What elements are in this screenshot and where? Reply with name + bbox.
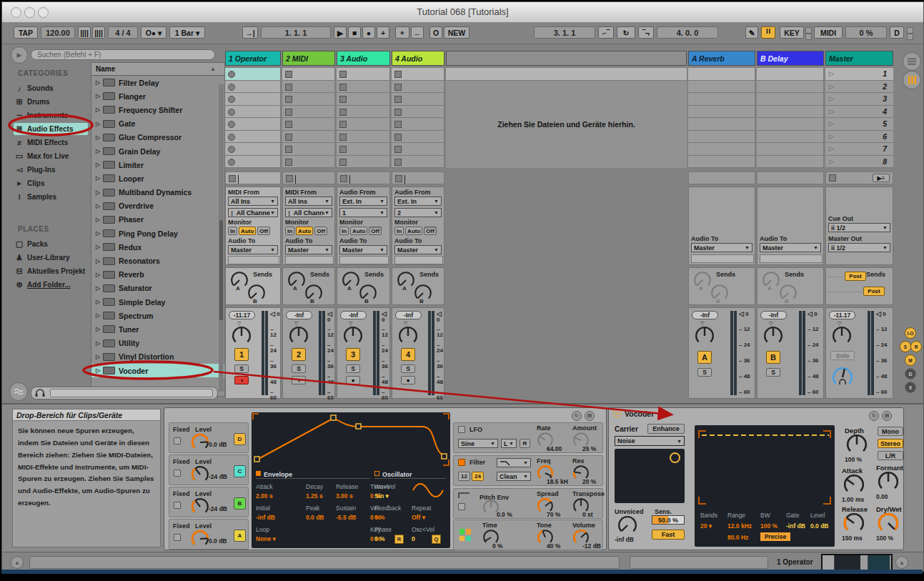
clip-stop-icon[interactable] (228, 121, 235, 128)
clip-slot-track2-scene2[interactable] (282, 81, 335, 94)
filter-circuit-chooser[interactable]: Clean▼ (497, 472, 531, 481)
clip-stop-icon[interactable] (339, 96, 347, 103)
clip-slot-track1-scene8[interactable] (225, 156, 281, 169)
stop-clip-icon[interactable] (340, 175, 347, 182)
scene-play-icon[interactable]: ▷ (829, 70, 834, 77)
clip-stop-icon[interactable] (285, 84, 292, 91)
track1-stop-slot[interactable] (225, 172, 281, 184)
output-type-chooser[interactable]: Master▼ (691, 243, 752, 252)
clip-slot-track1-scene3[interactable] (225, 93, 281, 106)
draw-mode-button[interactable]: O (429, 26, 442, 39)
stop-clip-icon[interactable] (229, 175, 236, 182)
sidebar-item-sounds[interactable]: ♪Sounds (14, 82, 88, 94)
expand-twiddle-icon[interactable]: ▷ (96, 93, 103, 99)
range-lo-value[interactable]: 80.0 Hz (727, 535, 748, 541)
clip-stop-icon[interactable] (394, 134, 402, 141)
follow-button[interactable]: →| (242, 26, 258, 39)
volume-field[interactable]: -11.17 (829, 311, 855, 319)
send-a-post-button[interactable]: Post (845, 272, 866, 281)
attack-knob[interactable] (843, 474, 865, 495)
solo-button[interactable]: S (234, 364, 249, 373)
level-knob[interactable] (191, 465, 209, 484)
clip-stop-icon[interactable] (339, 84, 347, 91)
drop-area-row1[interactable] (446, 68, 687, 81)
cue-volume-knob[interactable] (832, 367, 853, 388)
osc-b-activator[interactable]: B (234, 497, 246, 510)
sidebar-item-instruments[interactable]: ∼Instruments (14, 109, 88, 121)
sidebar-item-midi-effects[interactable]: ≠MIDI Effects (14, 136, 88, 149)
preview-volume-slider[interactable] (50, 389, 213, 397)
scene-play-icon[interactable]: ▷ (829, 133, 834, 140)
clip-slot-track3-scene6[interactable] (337, 131, 390, 144)
amount-value[interactable]: 25 % (582, 446, 596, 452)
sidebar-item-samples[interactable]: ≀Samples (14, 191, 88, 203)
level-knob[interactable] (191, 497, 209, 516)
cue-out-chooser[interactable]: ii 1/2▼ (828, 223, 890, 232)
clip-stop-icon[interactable] (339, 71, 347, 78)
pitch-env-checkbox[interactable] (458, 503, 465, 510)
clip-slot-track4-scene6[interactable] (392, 131, 444, 144)
pan-knob[interactable] (695, 326, 715, 346)
scrollbar-thumb[interactable] (219, 220, 223, 320)
fixed-checkbox[interactable] (174, 470, 181, 477)
browser-item-simple-delay[interactable]: ▷Simple Delay (91, 295, 224, 309)
clip-stop-icon[interactable] (394, 84, 402, 91)
scene-play-icon[interactable]: ▷ (829, 83, 834, 90)
nudge-down-button[interactable]: |||| (78, 26, 91, 39)
arm-button[interactable]: ● (401, 376, 415, 384)
punch-in-button[interactable]: ⌐‾ (598, 26, 614, 39)
browser-item-saturator[interactable]: ▷Saturator (91, 282, 224, 295)
osc-param-value[interactable]: 0 % (374, 515, 385, 521)
browser-item-grain-delay[interactable]: ▷Grain Delay (91, 144, 224, 158)
track-activator-button[interactable]: 3 (346, 348, 360, 361)
arm-button[interactable]: ● (346, 376, 360, 384)
browser-item-glue-compressor[interactable]: ▷Glue Compressor (91, 131, 224, 144)
search-input[interactable]: Suchen (Befehl + F) (31, 49, 215, 60)
browser-item-vocoder[interactable]: ▷Vocoder (91, 364, 224, 377)
output-type-chooser[interactable]: Master▼ (760, 243, 821, 252)
clip-stop-icon[interactable] (228, 84, 235, 91)
track-header-2[interactable]: 2 MIDI (282, 51, 335, 66)
return-activator-button[interactable]: A (697, 351, 712, 364)
clip-stop-icon[interactable] (339, 134, 347, 141)
sidebar-place-add-folder-[interactable]: ⊕Add Folder... (14, 279, 88, 291)
clip-slot-returna-scene8[interactable] (688, 156, 755, 169)
volume-field[interactable]: -Inf (760, 311, 787, 319)
env-param-value[interactable]: 3.00 s (336, 493, 353, 500)
expand-twiddle-icon[interactable]: ▷ (96, 217, 103, 223)
clip-stop-icon[interactable] (228, 159, 235, 166)
expand-twiddle-icon[interactable]: ▷ (96, 106, 103, 113)
clip-stop-icon[interactable] (339, 121, 347, 128)
clip-slot-returnb-scene6[interactable] (757, 131, 824, 144)
expand-twiddle-icon[interactable]: ▷ (96, 367, 103, 374)
browser-item-filter-delay[interactable]: ▷Filter Delay (91, 76, 224, 89)
browser-item-looper[interactable]: ▷Looper (91, 172, 224, 185)
scene-play-icon[interactable]: ▷ (829, 95, 834, 102)
show-device-view-toggle[interactable]: ▲ (895, 556, 908, 569)
browser-item-resonators[interactable]: ▷Resonators (91, 254, 224, 267)
attack-value[interactable]: 1.00 ms (842, 497, 864, 503)
clip-stop-icon[interactable] (394, 121, 402, 128)
unvoiced-value[interactable]: -inf dB (615, 537, 634, 543)
lfo-checkbox[interactable] (458, 426, 465, 433)
show-info-toggle[interactable]: ▲ (11, 556, 24, 569)
play-button[interactable]: ▶ (334, 26, 347, 39)
return-activator-button[interactable]: B (766, 351, 780, 364)
scene-3[interactable]: ▷3 (825, 93, 893, 106)
track3-stop-slot[interactable] (337, 172, 390, 184)
lr-button[interactable]: L/R (878, 451, 903, 460)
track-activator-button[interactable]: 2 (292, 348, 306, 361)
monitor-off-button[interactable]: Off (369, 227, 382, 235)
loop-start-field[interactable]: 3. 1. 1 (534, 26, 595, 39)
precise-retain-button[interactable]: Precise (760, 532, 790, 541)
freq-value[interactable]: 18.5 kH (547, 479, 568, 485)
osc-param-value[interactable]: 0 (412, 536, 415, 542)
clip-slot-returna-scene4[interactable] (688, 106, 755, 119)
volume-field[interactable]: -Inf (692, 311, 718, 319)
clip-slot-track1-scene2[interactable] (225, 81, 281, 94)
env-param-value[interactable]: 1.25 s (306, 493, 323, 500)
output-channel-box[interactable] (394, 256, 443, 264)
bands-value[interactable]: 20 ▾ (700, 523, 712, 530)
computer-midi-keyboard-button[interactable] (761, 26, 775, 39)
pan-knob[interactable] (232, 326, 252, 346)
